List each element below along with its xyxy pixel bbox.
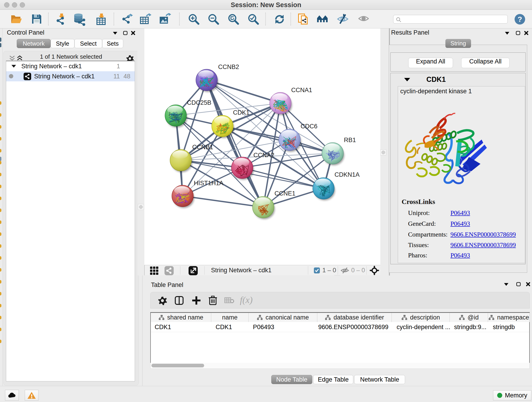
svg-text:CCNE1: CCNE1 [274, 190, 296, 197]
svg-text:CDC25B: CDC25B [187, 99, 211, 106]
svg-text:RB1: RB1 [344, 137, 356, 143]
svg-text:HIST1H1A: HIST1H1A [194, 180, 223, 186]
svg-text:CCNA2: CCNA2 [253, 152, 274, 159]
svg-text:CCNB2: CCNB2 [218, 64, 239, 70]
svg-text:CDC6: CDC6 [301, 123, 317, 130]
svg-text:CCNA1: CCNA1 [291, 87, 312, 94]
svg-text:CDK1: CDK1 [233, 109, 249, 116]
svg-text:CDKN1A: CDKN1A [335, 171, 360, 178]
svg-text:CCNB1: CCNB1 [192, 144, 213, 151]
